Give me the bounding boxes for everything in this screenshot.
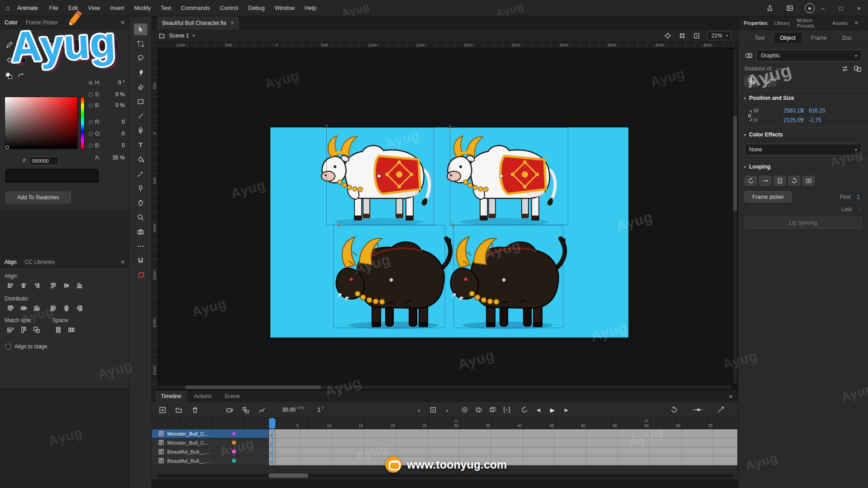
layer-row[interactable]: Beautiful_Bull__... xyxy=(152,456,269,465)
close-button[interactable]: × xyxy=(850,0,868,16)
document-tab[interactable]: Beautiful Bull Character.fla × xyxy=(157,16,239,29)
menu-item[interactable]: View xyxy=(83,0,105,16)
zoom-tool[interactable] xyxy=(134,211,147,223)
minimize-button[interactable]: – xyxy=(814,0,832,16)
hex-input[interactable] xyxy=(29,156,59,165)
distribute-center-h-button[interactable] xyxy=(61,303,72,313)
swap-symbol-icon[interactable] xyxy=(841,65,849,72)
timeline-ruler[interactable]: 5101520253035404550556065701s2s xyxy=(152,418,738,429)
align-center-h-button[interactable] xyxy=(18,281,29,291)
close-tab-icon[interactable]: × xyxy=(231,20,234,26)
swap-colors-icon[interactable] xyxy=(17,72,24,80)
scene-breadcrumb[interactable]: Scene 1 xyxy=(169,33,189,39)
tab-assets[interactable]: Assets xyxy=(832,20,848,26)
align-left-button[interactable] xyxy=(5,281,16,291)
pen-tool[interactable] xyxy=(134,125,147,136)
subtab-doc[interactable]: Doc xyxy=(837,33,857,43)
default-colors-icon[interactable] xyxy=(5,72,13,80)
selection-bounds[interactable] xyxy=(453,225,563,328)
distribute-middle-v-button[interactable] xyxy=(18,303,29,313)
distribute-top-button[interactable] xyxy=(5,303,16,313)
menu-item[interactable]: Insert xyxy=(105,0,129,16)
exchange-icon[interactable] xyxy=(854,65,862,72)
layer-parenting-icon[interactable] xyxy=(241,405,250,415)
tab-actions[interactable]: Actions xyxy=(189,390,217,402)
height-value[interactable]: 2125.05 xyxy=(783,117,801,123)
edit-symbol-button[interactable] xyxy=(763,76,776,87)
delete-icon[interactable] xyxy=(190,405,200,415)
subtab-frame[interactable]: Frame xyxy=(806,33,832,43)
s-radio[interactable] xyxy=(89,93,93,97)
g-radio[interactable] xyxy=(89,132,93,136)
tab-cc-libraries[interactable]: CC Libraries xyxy=(25,259,55,265)
layer-frames-track[interactable] xyxy=(269,429,737,438)
add-loop-button[interactable] xyxy=(802,176,815,186)
layer-color-chip[interactable] xyxy=(232,441,236,445)
layer-color-chip[interactable] xyxy=(232,450,236,454)
step-back-icon[interactable]: ‹ xyxy=(414,405,424,415)
b2-radio[interactable] xyxy=(89,144,93,148)
space-vertical-button[interactable] xyxy=(52,325,64,335)
panel-menu-icon[interactable]: ≡ xyxy=(854,19,858,26)
line-tool[interactable] xyxy=(134,110,147,122)
align-top-button[interactable] xyxy=(47,281,59,291)
tab-library[interactable]: Library xyxy=(774,20,790,26)
space-horizontal-button[interactable] xyxy=(66,325,77,335)
more-tools-icon[interactable] xyxy=(134,240,147,252)
registration-point[interactable] xyxy=(499,174,503,178)
swatches-area[interactable] xyxy=(0,211,129,256)
vertical-scrollbar[interactable] xyxy=(733,48,737,384)
play-once-button[interactable] xyxy=(759,176,771,186)
saturation-brightness-picker[interactable] xyxy=(5,97,78,149)
position-size-section[interactable]: ▾ Position and Size xyxy=(738,90,868,103)
fluid-brush-tool[interactable] xyxy=(134,67,147,79)
camera-tool[interactable] xyxy=(134,226,147,238)
previous-frame-icon[interactable]: ◀ xyxy=(533,405,543,415)
selection-bounds[interactable] xyxy=(450,127,568,225)
maximize-button[interactable]: □ xyxy=(832,0,850,16)
align-bottom-button[interactable] xyxy=(74,281,85,291)
scene-chevron-icon[interactable]: ▾ xyxy=(193,33,195,38)
play-button[interactable]: ▶ xyxy=(547,405,557,415)
layer-frames-track[interactable] xyxy=(269,438,737,447)
color-picker-marker[interactable] xyxy=(5,145,9,149)
symbol-bounds-icon[interactable] xyxy=(693,32,700,39)
layer-row[interactable]: Beautiful_Bull__... xyxy=(152,447,269,456)
timeline-scrollbar[interactable] xyxy=(156,474,733,478)
subtab-object[interactable]: Object xyxy=(774,33,801,43)
share-icon[interactable] xyxy=(765,3,775,13)
hue-slider[interactable] xyxy=(80,97,85,149)
b-radio[interactable] xyxy=(89,103,93,108)
fps-value[interactable]: 30.00 xyxy=(282,407,296,413)
align-to-stage-checkbox[interactable] xyxy=(5,344,11,349)
new-folder-icon[interactable] xyxy=(174,405,184,415)
last-frame-value[interactable]: - xyxy=(858,206,860,212)
registration-point[interactable] xyxy=(502,278,506,282)
transform-point-icon[interactable] xyxy=(450,222,456,228)
center-playhead-icon[interactable] xyxy=(428,405,438,415)
test-movie-icon[interactable]: ▶ xyxy=(805,3,815,13)
menu-item[interactable]: Commands xyxy=(176,0,215,16)
layer-color-chip[interactable] xyxy=(232,432,236,436)
color-effect-select[interactable]: None▾ xyxy=(745,144,862,155)
selection-tool[interactable] xyxy=(134,23,147,35)
layer-row[interactable]: Monster_Bull_C... xyxy=(152,429,269,438)
looping-section[interactable]: ▾ Looping xyxy=(738,159,868,172)
app-name[interactable]: Animate xyxy=(15,5,44,11)
paint-bucket-tool[interactable] xyxy=(134,154,147,165)
menu-item[interactable]: Modify xyxy=(129,0,156,16)
menu-item[interactable]: Debug xyxy=(243,0,270,16)
timeline-options-icon[interactable] xyxy=(716,405,726,415)
swap-button[interactable] xyxy=(745,76,758,87)
workspace-icon[interactable] xyxy=(785,3,795,13)
text-tool[interactable]: T xyxy=(134,139,147,151)
next-frame-icon[interactable]: ▶ xyxy=(561,405,571,415)
width-value[interactable]: 2583.15 xyxy=(783,108,801,114)
clip-content-icon[interactable] xyxy=(679,32,686,39)
x-value[interactable]: 616.25 xyxy=(809,108,841,114)
menu-item[interactable]: Help xyxy=(300,0,321,16)
match-both-button[interactable] xyxy=(31,325,42,335)
frame-picker-button[interactable]: Frame picker xyxy=(745,191,792,202)
tab-scene[interactable]: Scene xyxy=(219,390,245,402)
distribute-bottom-button[interactable] xyxy=(31,303,42,313)
